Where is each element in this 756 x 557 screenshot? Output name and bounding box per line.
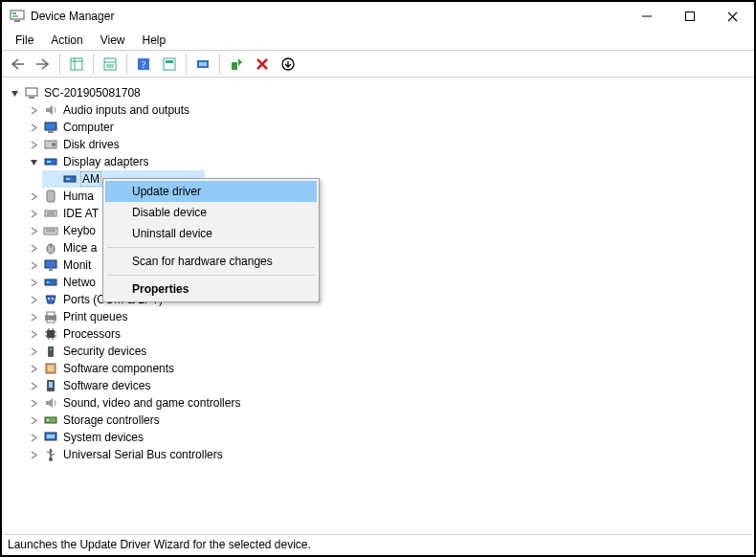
chevron-right-icon[interactable]: [27, 293, 40, 306]
device-tree[interactable]: SC-201905081708 Audio inputs and outputs…: [4, 80, 752, 532]
window-controls: [625, 2, 754, 31]
svg-rect-20: [199, 62, 207, 66]
svg-point-69: [47, 419, 49, 421]
menu-help[interactable]: Help: [135, 33, 174, 48]
chevron-right-icon[interactable]: [27, 189, 40, 203]
chevron-right-icon[interactable]: [27, 138, 40, 151]
chevron-right-icon[interactable]: [27, 276, 40, 289]
chevron-right-icon[interactable]: [27, 362, 40, 375]
svg-rect-3: [14, 20, 20, 22]
svg-rect-45: [49, 269, 53, 271]
chevron-right-icon[interactable]: [27, 345, 40, 358]
chevron-right-icon[interactable]: [27, 121, 40, 134]
back-button[interactable]: [6, 53, 29, 76]
svg-point-30: [52, 143, 56, 146]
svg-point-47: [47, 281, 49, 283]
statusbar: Launches the Update Driver Wizard for th…: [4, 534, 752, 553]
menu-file[interactable]: File: [8, 33, 41, 48]
chevron-right-icon[interactable]: [27, 379, 40, 392]
svg-rect-52: [47, 320, 55, 323]
context-update-driver[interactable]: Update driver: [105, 181, 317, 202]
svg-rect-0: [11, 11, 24, 19]
tree-item-storage[interactable]: Storage controllers: [23, 412, 752, 429]
chevron-right-icon[interactable]: [27, 241, 40, 255]
usb-icon: [43, 447, 58, 462]
toolbar-separator: [186, 54, 187, 75]
tree-item-print[interactable]: Print queues: [23, 308, 752, 325]
svg-rect-32: [47, 161, 51, 163]
toolbar-separator: [126, 54, 127, 75]
tree-item-system[interactable]: System devices: [23, 429, 752, 446]
security-icon: [43, 344, 58, 359]
svg-rect-53: [47, 330, 55, 338]
chevron-right-icon[interactable]: [27, 431, 40, 444]
toolbar-separator: [93, 54, 94, 75]
chevron-right-icon[interactable]: [27, 310, 40, 323]
context-uninstall-device[interactable]: Uninstall device: [105, 223, 317, 244]
svg-text:?: ?: [142, 59, 146, 70]
chevron-right-icon[interactable]: [27, 448, 40, 461]
properties-button[interactable]: [99, 53, 122, 76]
scan-hardware-button[interactable]: [191, 53, 214, 76]
component-icon: [43, 361, 58, 376]
forward-button[interactable]: [32, 53, 55, 76]
svg-rect-67: [49, 382, 53, 388]
svg-rect-26: [29, 97, 34, 99]
show-hide-tree-button[interactable]: [65, 53, 88, 76]
uninstall-button[interactable]: [251, 53, 274, 76]
keyboard-icon: [43, 223, 58, 238]
chevron-right-icon[interactable]: [27, 207, 40, 220]
speaker-icon: [43, 102, 58, 118]
tree-item-processors[interactable]: Processors: [23, 325, 752, 343]
hid-icon: [43, 189, 58, 204]
svg-point-63: [50, 348, 52, 350]
chevron-right-icon[interactable]: [27, 103, 40, 117]
context-separator: [107, 247, 315, 248]
tree-item-sound[interactable]: Sound, video and game controllers: [23, 394, 752, 412]
tree-item-softdev[interactable]: Software devices: [23, 377, 752, 394]
chevron-down-icon[interactable]: [8, 86, 21, 100]
update-driver-button[interactable]: [225, 53, 248, 76]
tree-root[interactable]: SC-201905081708: [4, 84, 752, 101]
system-icon: [43, 430, 58, 445]
context-properties[interactable]: Properties: [105, 278, 317, 300]
tree-item-display[interactable]: Display adapters: [23, 153, 752, 170]
storage-icon: [43, 412, 58, 428]
context-separator: [107, 275, 315, 276]
tree-item-usb[interactable]: Universal Serial Bus controllers: [23, 446, 752, 463]
tree-item-security[interactable]: Security devices: [23, 343, 752, 360]
tree-item-audio[interactable]: Audio inputs and outputs: [23, 101, 752, 119]
svg-rect-46: [45, 279, 56, 285]
action-button[interactable]: [158, 53, 181, 76]
speaker-icon: [43, 395, 58, 411]
software-device-icon: [43, 378, 58, 393]
tree-item-softcomp[interactable]: Software components: [23, 360, 752, 377]
tree-item-computer[interactable]: Computer: [23, 119, 752, 136]
menu-action[interactable]: Action: [43, 33, 90, 48]
tree-item-disk[interactable]: Disk drives: [23, 136, 752, 153]
chevron-right-icon[interactable]: [27, 327, 40, 341]
display-adapter-icon: [43, 154, 58, 169]
svg-point-49: [52, 298, 54, 300]
menu-view[interactable]: View: [93, 33, 133, 48]
svg-rect-35: [47, 190, 55, 202]
disk-icon: [43, 137, 58, 152]
help-button[interactable]: ?: [132, 53, 155, 76]
svg-rect-27: [45, 123, 56, 130]
context-disable-device[interactable]: Disable device: [105, 202, 317, 223]
close-button[interactable]: [711, 2, 754, 31]
chevron-right-icon[interactable]: [27, 258, 40, 272]
context-scan-hardware[interactable]: Scan for hardware changes: [105, 251, 317, 272]
chevron-right-icon[interactable]: [27, 413, 40, 427]
chevron-right-icon[interactable]: [27, 396, 40, 410]
svg-rect-44: [45, 260, 56, 268]
disable-button[interactable]: [277, 53, 300, 76]
svg-point-48: [48, 298, 50, 300]
minimize-button[interactable]: [625, 2, 668, 31]
chevron-down-icon[interactable]: [27, 155, 40, 168]
maximize-button[interactable]: [668, 2, 711, 31]
ide-icon: [43, 206, 58, 221]
svg-rect-5: [685, 12, 694, 21]
svg-rect-51: [47, 312, 55, 316]
chevron-right-icon[interactable]: [27, 224, 40, 237]
